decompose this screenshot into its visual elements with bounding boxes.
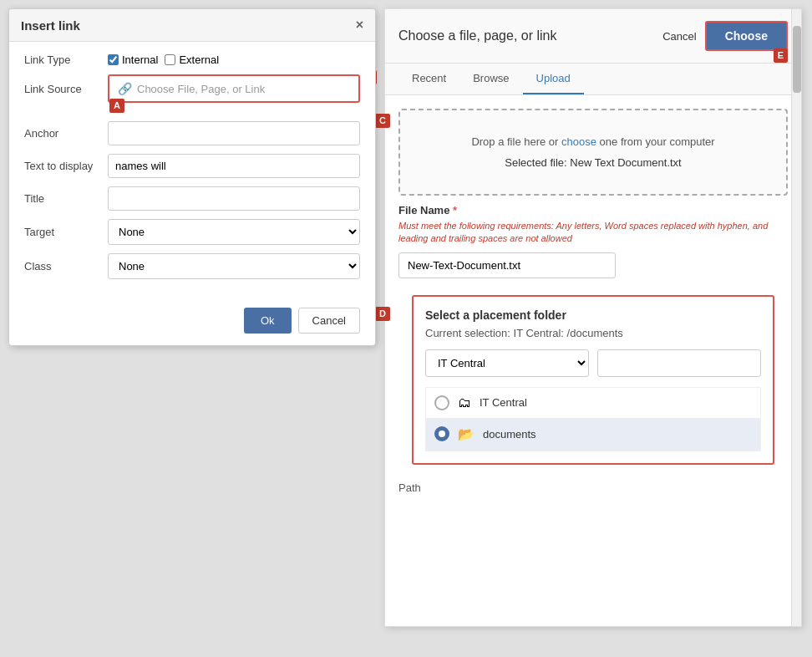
scrollbar[interactable] [791,9,801,626]
text-to-display-label: Text to display [24,160,108,172]
anchor-label: Anchor [24,127,108,140]
text-to-display-input[interactable] [108,154,360,178]
link-source-label: Link Source [24,83,108,95]
link-icon: 🔗 [118,82,132,95]
anchor-row: Anchor [24,121,360,145]
dialog-body: Link Type Internal External Link Source … [9,42,375,299]
link-source-input[interactable]: 🔗 Choose File, Page, or Link [108,74,360,103]
folder-list: 🗂 IT Central 📂 documents [425,387,761,451]
placement-title: Select a placement folder [425,308,761,322]
dialog-footer: Ok Cancel [9,299,375,345]
link-source-area: 🔗 Choose File, Page, or Link A [108,74,360,103]
folder-name-documents: documents [483,428,536,441]
anchor-area [108,121,360,145]
class-label: Class [24,260,108,272]
folder-dropdown[interactable]: IT Central [425,349,589,377]
choose-panel-title: Choose a file, page, or link [398,28,556,43]
internal-checkbox-label[interactable]: Internal [108,53,158,66]
tab-recent[interactable]: Recent [398,64,459,94]
internal-label: Internal [122,53,158,66]
tabs-bar: B Recent Browse Upload [385,64,801,95]
choose-file-panel: Choose a file, page, or link Cancel Choo… [384,8,802,627]
placement-section: Select a placement folder Current select… [412,295,774,465]
title-label: Title [24,192,108,205]
placement-wrapper: D Select a placement folder Current sele… [398,295,788,465]
annotation-d: D [375,307,390,321]
folder-filter-row: IT Central [425,349,761,377]
radio-it-central[interactable] [434,395,449,410]
text-to-display-area [108,154,360,178]
target-area: None [108,219,360,245]
choose-link[interactable]: choose [561,135,596,148]
dialog-header: Insert link × [9,9,375,42]
title-input[interactable] [108,186,360,211]
cancel-link-button[interactable]: Cancel [298,308,360,334]
dialog-close-button[interactable]: × [356,18,363,33]
tab-browse[interactable]: Browse [459,64,522,94]
upload-section: C Drop a file here or choose one from yo… [398,109,788,196]
radio-documents[interactable] [434,426,449,441]
class-area: None [108,253,360,279]
external-checkbox[interactable] [165,54,175,65]
insert-link-dialog: Insert link × Link Type Internal Externa… [8,8,376,346]
annotation-a: A [109,99,124,113]
choose-panel-header: Choose a file, page, or link Cancel Choo… [385,9,801,64]
folder-name-it-central: IT Central [480,396,527,409]
ok-button[interactable]: Ok [244,308,292,334]
external-label: External [179,53,219,66]
folder-icon-documents: 📂 [458,426,475,442]
drop-text: Drop a file here or [471,135,558,148]
after-text: one from your computer [600,135,715,148]
link-type-label: Link Type [24,53,108,66]
current-selection: Current selection: IT Central: /document… [425,327,761,339]
anchor-input[interactable] [108,121,360,145]
target-select[interactable]: None [108,219,360,245]
external-checkbox-label[interactable]: External [165,53,219,66]
title-area [108,186,360,211]
link-type-options: Internal External [108,53,360,66]
title-row: Title [24,186,360,211]
file-name-label: File Name * [398,204,788,216]
current-selection-value: IT Central: /documents [514,327,623,339]
class-row: Class None [24,253,360,279]
folder-icon-it-central: 🗂 [458,395,471,410]
file-name-hint: Must meet the following requirements: An… [398,220,788,246]
current-selection-label: Current selection: [425,327,510,339]
choose-btn-wrap: Choose E [705,21,788,51]
dialog-title: Insert link [21,18,80,33]
internal-checkbox[interactable] [108,54,119,65]
choose-header-actions: Cancel Choose E [662,21,788,51]
file-name-input[interactable] [398,252,616,278]
choose-button[interactable]: Choose [705,21,788,51]
selected-file: Selected file: New Text Document.txt [417,156,769,169]
cancel-choose-button[interactable]: Cancel [662,30,696,43]
annotation-c: C [375,114,390,128]
folder-search-input[interactable] [597,349,761,377]
annotation-e: E [774,48,788,63]
folder-item-documents[interactable]: 📂 documents [426,419,760,451]
text-to-display-row: Text to display [24,154,360,178]
selected-file-label: Selected file: [505,156,566,169]
link-source-row: Link Source 🔗 Choose File, Page, or Link… [24,74,360,103]
path-section: Path [385,473,801,502]
selected-file-name: New Text Document.txt [570,156,681,169]
class-select[interactable]: None [108,253,360,279]
path-label: Path [398,481,421,494]
required-star: * [453,204,457,216]
upload-drop-area[interactable]: Drop a file here or choose one from your… [398,109,788,196]
folder-item-it-central[interactable]: 🗂 IT Central [426,388,760,419]
target-row: Target None [24,219,360,245]
file-name-label-text: File Name [398,204,449,216]
upload-drop-text: Drop a file here or choose one from your… [417,135,769,148]
link-source-placeholder: Choose File, Page, or Link [137,83,265,95]
link-type-row: Link Type Internal External [24,53,360,66]
target-label: Target [24,226,108,238]
tab-upload[interactable]: Upload [523,64,584,94]
scroll-thumb [793,26,801,93]
file-name-section: File Name * Must meet the following requ… [385,204,801,287]
